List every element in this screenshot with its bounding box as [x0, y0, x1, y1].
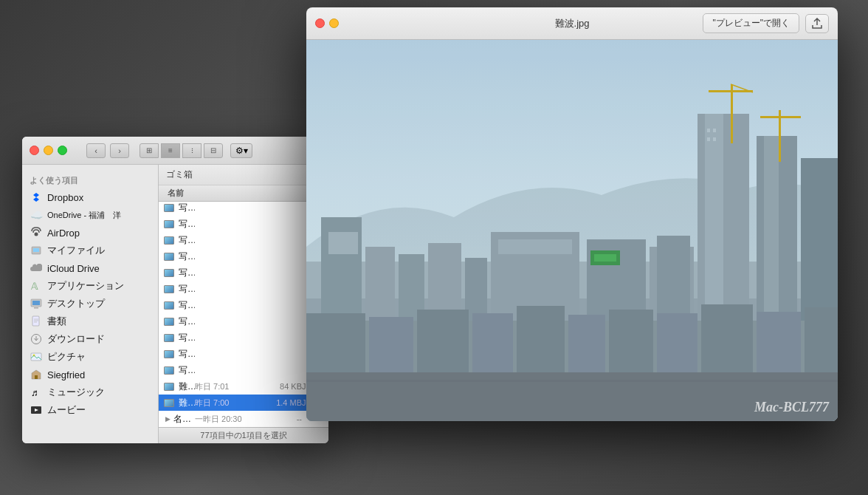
sidebar-item-icloud[interactable]: iCloud Drive: [22, 259, 158, 277]
svg-rect-15: [35, 375, 38, 379]
close-button[interactable]: [30, 146, 39, 155]
file-name: 難波 07-01-21-469.jpg: [179, 380, 195, 393]
file-size: 1.4 MB: [258, 398, 302, 407]
preview-title: 難波.jpg: [555, 17, 590, 30]
back-button[interactable]: ‹: [86, 143, 106, 158]
finder-titlebar: ‹ › ⊞ ≡ ⫶ ⊟ ⚙▾: [22, 137, 328, 165]
file-item[interactable]: 写真02.jpg: [159, 362, 328, 378]
file-item[interactable]: 写真01 20.34.54.jpg: [159, 202, 328, 216]
file-item[interactable]: 写真01.jpg: [159, 264, 328, 281]
svg-rect-3: [33, 248, 39, 252]
finder-body: よく使う項目 Dropbox ☁️ OneDrive - 福浦 洋: [22, 165, 328, 443]
sidebar-item-desktop[interactable]: デスクトップ: [22, 295, 158, 313]
file-name: 名称未設定フォルダ: [173, 413, 195, 426]
maximize-button[interactable]: [58, 146, 67, 155]
preview-actions: "プレビュー"で開く: [703, 13, 829, 33]
image-icon: [163, 202, 175, 214]
preview-minimize-button[interactable]: [329, 18, 339, 28]
action-button[interactable]: ⚙▾: [230, 143, 252, 158]
svg-rect-8: [32, 316, 39, 326]
minimize-button[interactable]: [44, 146, 53, 155]
file-item[interactable]: ▶名称未設定フォルダ一昨日 20:30--: [159, 411, 328, 427]
share-button[interactable]: [805, 14, 829, 33]
file-name: 写真02 21-06-36-622.jpg: [179, 299, 195, 312]
sidebar-item-documents[interactable]: 書類: [22, 313, 158, 330]
image-icon-shape: [164, 269, 174, 277]
applications-icon: 𝔸: [30, 279, 43, 293]
sidebar-item-music[interactable]: ♬ ミュージック: [22, 383, 158, 401]
image-icon-shape: [164, 285, 174, 293]
file-item[interactable]: 写真01 23.00.11.png: [159, 248, 328, 264]
preview-titlebar: 難波.jpg "プレビュー"で開く: [306, 7, 838, 40]
onedrive-icon: ☁️: [30, 208, 43, 222]
breadcrumb-bar: ゴミ箱: [159, 165, 328, 185]
sidebar-item-pictures-label: ピクチャ: [47, 350, 86, 363]
sidebar-item-applications-label: アプリケーション: [47, 279, 124, 293]
file-name: 写真01 23.00.11.png: [179, 250, 195, 263]
svg-marker-0: [33, 193, 39, 202]
open-in-preview-button[interactable]: "プレビュー"で開く: [703, 13, 799, 33]
sidebar-item-onedrive[interactable]: ☁️ OneDrive - 福浦 洋: [22, 206, 158, 224]
preview-close-button[interactable]: [315, 18, 325, 28]
file-name: 写真02.gif: [179, 348, 195, 361]
file-item[interactable]: 写真01.png: [159, 281, 328, 297]
image-icon-shape: [164, 334, 174, 342]
image-icon: [163, 364, 175, 376]
movies-icon: [30, 403, 43, 417]
file-list[interactable]: 写真01 19.08.29.jpg写真01 20-30-11-787.jpg写真…: [159, 202, 328, 427]
file-item[interactable]: 写真02 21.26.52.jpg: [159, 330, 328, 346]
gallery-view-button[interactable]: ⊟: [204, 143, 223, 158]
file-date: 昨日 7:00: [195, 397, 258, 409]
image-icon: [163, 380, 175, 392]
preview-window: 難波.jpg "プレビュー"で開く: [306, 7, 838, 421]
file-name: 難波.jpg: [179, 397, 195, 409]
image-icon-shape: [164, 318, 174, 326]
list-view-button[interactable]: ≡: [161, 143, 180, 158]
preview-image-area: Mac-BCL777: [306, 40, 838, 421]
file-item[interactable]: 写真01 21-06-35-211.jpg: [159, 216, 328, 232]
cityscape: Mac-BCL777: [306, 40, 838, 421]
sidebar-item-siegfried[interactable]: Siegfried: [22, 366, 158, 383]
sidebar-item-desktop-label: デスクトップ: [47, 297, 105, 310]
image-icon: [163, 267, 175, 279]
file-item[interactable]: 写真01 22-49-36-941: [159, 232, 328, 248]
file-name: 写真02 21.26.52.jpg: [179, 332, 195, 344]
file-item[interactable]: 難波 07-01-21-469.jpg昨日 7:0184 KBJ: [159, 378, 328, 395]
forward-button[interactable]: ›: [110, 143, 129, 158]
desktop-icon: [30, 297, 43, 310]
sidebar-item-downloads[interactable]: ダウンロード: [22, 330, 158, 348]
image-icon: [163, 250, 175, 262]
sidebar-item-dropbox[interactable]: Dropbox: [22, 188, 158, 206]
column-view-button[interactable]: ⫶: [182, 143, 202, 158]
file-date: 一昨日 20:30: [195, 414, 258, 425]
svg-text:♬: ♬: [31, 387, 38, 398]
file-item[interactable]: 難波.jpg昨日 7:001.4 MBJ: [159, 395, 328, 411]
image-icon: [163, 299, 175, 311]
folder-arrow: ▶: [163, 414, 172, 423]
sidebar-item-music-label: ミュージック: [47, 386, 105, 399]
file-name: 写真02 21-27-11-585.jpg: [179, 315, 195, 328]
sidebar-item-movies[interactable]: ムービー: [22, 401, 158, 419]
file-name: 写真01 21-06-35-211.jpg: [179, 218, 195, 231]
music-icon: ♬: [30, 386, 43, 399]
file-item[interactable]: 写真02 21-06-36-622.jpg: [159, 297, 328, 313]
dropbox-icon: [30, 191, 43, 204]
file-item[interactable]: 写真02 21-27-11-585.jpg: [159, 313, 328, 330]
image-icon: [163, 315, 175, 327]
watermark-text: Mac-BCL777: [754, 400, 829, 415]
sidebar-item-onedrive-label: OneDrive - 福浦 洋: [47, 210, 121, 221]
sidebar-item-myfiles[interactable]: マイファイル: [22, 242, 158, 259]
sidebar-item-applications[interactable]: 𝔸 アプリケーション: [22, 277, 158, 295]
image-icon-shape: [164, 399, 174, 407]
sidebar-section-label: よく使う項目: [22, 171, 158, 188]
documents-icon: [30, 315, 43, 328]
sidebar-item-airdrop[interactable]: AirDrop: [22, 224, 158, 242]
file-list-panel: ゴミ箱 名前 写真01 19.08.29.jpg写真01 20-30-11-78…: [159, 165, 328, 443]
pictures-icon: [30, 350, 43, 363]
file-item[interactable]: 写真02.gif: [159, 346, 328, 362]
sidebar-item-pictures[interactable]: ピクチャ: [22, 348, 158, 366]
image-icon-shape: [164, 301, 174, 310]
icon-view-button[interactable]: ⊞: [140, 143, 159, 158]
image-icon: [163, 283, 175, 295]
finder-toolbar: ‹ › ⊞ ≡ ⫶ ⊟ ⚙▾: [79, 143, 260, 158]
